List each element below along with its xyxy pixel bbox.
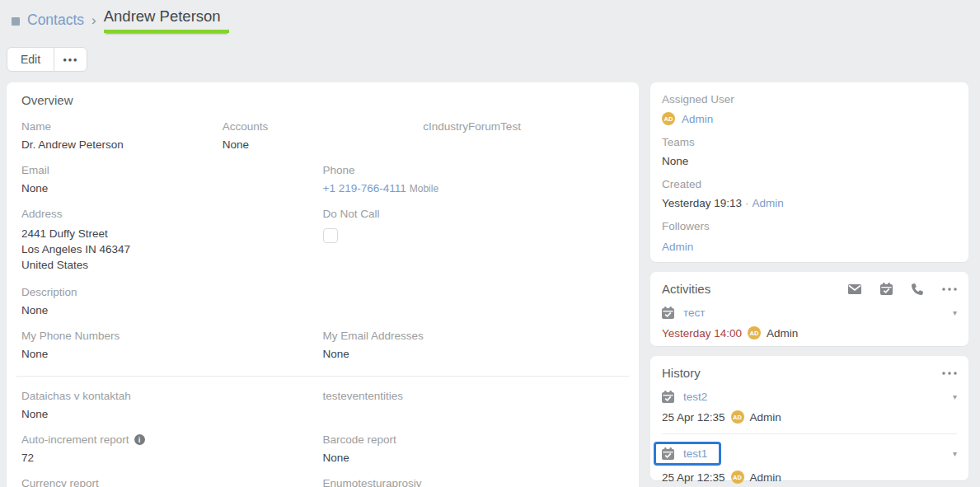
history-item: test2 ▾ 25 Apr 12:35 AD Admin xyxy=(662,391,957,424)
history-link[interactable]: test2 xyxy=(683,391,707,403)
page-title: Andrew Peterson xyxy=(104,7,229,33)
activity-link[interactable]: тест xyxy=(683,307,705,319)
address-street: 2441 Duffy Street xyxy=(21,226,323,241)
field-my-phone-numbers: My Phone Numbers None xyxy=(21,330,323,360)
field-name: Name Dr. Andrew Peterson xyxy=(21,120,223,151)
record-toolbar: Edit ●●● xyxy=(7,47,87,72)
activity-item: тест ▾ Yesterday 14:00 AD Admin xyxy=(662,307,957,339)
field-barcode-report-value: None xyxy=(323,452,625,464)
avatar: AD xyxy=(731,410,744,424)
phone-number-link[interactable]: +1 219-766-4111 xyxy=(323,182,406,194)
field-teams-label: Teams xyxy=(662,136,957,148)
field-barcode-report-label: Barcode report xyxy=(323,433,625,446)
info-icon[interactable]: i xyxy=(134,434,145,445)
field-currency-report-label: Currency report xyxy=(21,477,323,487)
address-country: United States xyxy=(21,257,323,273)
field-address: Address 2441 Duffy Street Los Angeles IN… xyxy=(21,208,323,273)
field-accounts-label: Accounts xyxy=(223,120,424,133)
assigned-user-link[interactable]: Admin xyxy=(682,113,713,125)
schedule-meeting-icon[interactable] xyxy=(880,283,893,295)
phone-type-label: Mobile xyxy=(410,183,438,194)
compose-email-icon[interactable] xyxy=(848,284,861,294)
history-user: Admin xyxy=(750,471,781,484)
field-my-phone-numbers-value: None xyxy=(21,348,323,360)
field-assigned-user-label: Assigned User xyxy=(662,93,957,105)
field-email-value: None xyxy=(21,182,323,194)
history-date: 25 Apr 12:35 xyxy=(662,471,725,484)
row-dropdown-caret-icon[interactable]: ▾ xyxy=(953,449,957,458)
field-address-label: Address xyxy=(21,208,323,220)
activities-panel: Activities тест ▾ Yesterday 14:00 xyxy=(650,272,968,346)
avatar: AD xyxy=(748,326,761,339)
field-teams-value: None xyxy=(662,155,957,167)
field-my-email-addresses-value: None xyxy=(323,348,625,360)
field-my-email-addresses-label: My Email Addresses xyxy=(323,330,625,342)
list-divider xyxy=(662,433,957,434)
field-description-value: None xyxy=(21,304,328,316)
field-email-label: Email xyxy=(21,164,323,176)
field-name-label: Name xyxy=(21,120,223,133)
field-followers: Followers Admin xyxy=(662,220,957,254)
field-dataichas-value: None xyxy=(21,408,323,420)
meeting-icon xyxy=(662,391,674,403)
field-created: Created Yesterday 19:13·Admin xyxy=(662,178,957,209)
selection-highlight-box: test1 xyxy=(654,442,721,466)
log-call-icon[interactable] xyxy=(912,283,923,295)
avatar: AD xyxy=(731,471,744,484)
created-separator: · xyxy=(745,197,749,209)
field-my-phone-numbers-label: My Phone Numbers xyxy=(21,330,323,342)
field-dataichas: Dataichas v kontaktah None xyxy=(21,390,323,420)
breadcrumb-separator: › xyxy=(91,12,96,29)
edit-button[interactable]: Edit xyxy=(7,47,54,72)
field-created-label: Created xyxy=(662,178,957,190)
panel-more-icon[interactable] xyxy=(942,288,957,291)
row-dropdown-caret-icon[interactable]: ▾ xyxy=(953,392,957,401)
follower-link[interactable]: Admin xyxy=(662,241,693,253)
history-link[interactable]: test1 xyxy=(683,447,707,460)
activity-date: Yesterday 14:00 xyxy=(662,327,742,339)
field-testevententities-label: testevententities xyxy=(323,390,625,402)
avatar: AD xyxy=(662,112,675,125)
do-not-call-checkbox[interactable] xyxy=(323,228,338,243)
address-city-state-zip: Los Angeles IN 46347 xyxy=(21,241,323,257)
field-name-value: Dr. Andrew Peterson xyxy=(21,138,223,151)
history-panel: History test2 ▾ 25 Apr 12:35 AD Admin xyxy=(650,356,968,480)
field-barcode-report: Barcode report None xyxy=(323,433,625,464)
meeting-icon xyxy=(662,307,674,319)
activities-panel-title: Activities xyxy=(662,282,848,296)
history-item-selected: test1 ▾ 25 Apr 12:35 AD Admin xyxy=(662,442,957,484)
panel-more-icon[interactable] xyxy=(942,372,957,375)
ellipsis-icon: ●●● xyxy=(63,56,78,63)
entity-square-icon xyxy=(12,17,20,26)
activity-user: Admin xyxy=(767,327,798,339)
field-phone: Phone +1 219-766-4111Mobile xyxy=(323,164,625,194)
field-my-email-addresses: My Email Addresses None xyxy=(323,330,625,360)
field-do-not-call-label: Do Not Call xyxy=(323,208,625,220)
created-datetime: Yesterday 19:13 xyxy=(662,197,742,209)
breadcrumb-contacts-link[interactable]: Contacts xyxy=(27,12,84,29)
field-do-not-call: Do Not Call xyxy=(323,208,625,273)
field-auto-increment-report: Auto-increment reporti 72 xyxy=(21,433,323,464)
field-testevententities: testevententities xyxy=(323,390,625,420)
more-actions-button[interactable]: ●●● xyxy=(54,47,87,72)
created-by-link[interactable]: Admin xyxy=(753,197,784,209)
history-user: Admin xyxy=(750,411,781,424)
row-dropdown-caret-icon[interactable]: ▾ xyxy=(953,308,957,317)
field-enumotesturaprosiv-label: Enumotesturaprosiv xyxy=(323,477,625,487)
meeting-icon xyxy=(662,447,674,460)
field-teams: Teams None xyxy=(662,136,957,167)
field-industry-forum-test: cIndustryForumTest xyxy=(423,120,624,151)
field-accounts: Accounts None xyxy=(223,120,424,151)
breadcrumb: Contacts › Andrew Peterson xyxy=(12,7,229,33)
field-description-label: Description xyxy=(21,286,328,298)
field-accounts-value: None xyxy=(223,138,424,151)
overview-panel: Overview Name Dr. Andrew Peterson Accoun… xyxy=(7,82,639,487)
field-description: Description None xyxy=(21,286,328,316)
field-enumotesturaprosiv: Enumotesturaprosiv 1 xyxy=(323,477,625,487)
field-assigned-user: Assigned User AD Admin xyxy=(662,93,957,125)
history-date: 25 Apr 12:35 xyxy=(662,411,725,424)
field-auto-increment-report-label: Auto-increment report xyxy=(21,433,129,446)
field-email: Email None xyxy=(21,164,323,194)
history-panel-title: History xyxy=(662,366,942,380)
field-auto-increment-report-value: 72 xyxy=(21,452,323,464)
